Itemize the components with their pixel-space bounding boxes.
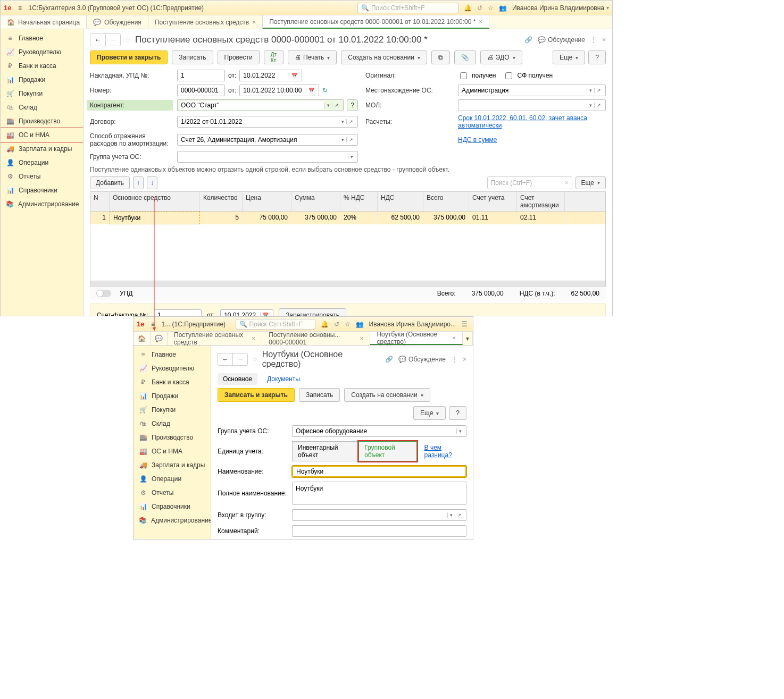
scrollbar[interactable] bbox=[90, 281, 605, 286]
sidebar-item-8[interactable]: 🚚Зарплата и кадры bbox=[1, 142, 83, 156]
dtct-button[interactable]: ДтКт bbox=[264, 50, 283, 64]
close-icon[interactable]: × bbox=[565, 179, 569, 187]
table-row[interactable]: 1 Ноутбуки 5 75 000,00 375 000,00 20% 62… bbox=[90, 212, 605, 224]
tab-doc-active[interactable]: Поступление основных средств 0000-000001… bbox=[263, 15, 489, 29]
col-header[interactable]: N bbox=[90, 192, 110, 211]
vat-link[interactable]: НДС в сумме bbox=[458, 136, 497, 144]
sidebar-item-2[interactable]: ₽Банк и касса bbox=[134, 375, 211, 389]
sidebar-item-3[interactable]: 📊Продажи bbox=[134, 389, 211, 403]
received-checkbox[interactable] bbox=[460, 72, 467, 79]
nav-forward-button[interactable]: → bbox=[105, 34, 120, 46]
tab-start[interactable]: 🏠Начальная страница bbox=[1, 15, 87, 29]
col-acc[interactable]: 01.11 bbox=[469, 212, 517, 224]
recent-icon[interactable]: ↺ bbox=[477, 4, 482, 12]
settings-icon[interactable]: ☰ bbox=[459, 321, 470, 328]
sidebar-item-6[interactable]: 🏬Производство bbox=[134, 431, 211, 444]
link-icon[interactable]: 🔗 bbox=[524, 36, 532, 44]
sfreceived-checkbox[interactable] bbox=[505, 72, 512, 79]
users-icon[interactable]: 👥 bbox=[356, 321, 364, 328]
col-qty[interactable]: 5 bbox=[200, 212, 243, 224]
add-row-button[interactable]: Добавить bbox=[90, 176, 130, 189]
close-icon[interactable]: × bbox=[463, 356, 466, 363]
star-icon[interactable]: ☆ bbox=[488, 4, 494, 12]
more-button[interactable]: Еще bbox=[413, 406, 446, 420]
sidebar-item-5[interactable]: 🛍Склад bbox=[1, 100, 83, 114]
cal-icon[interactable]: 📅 bbox=[289, 73, 299, 78]
table-search-input[interactable]: Поиск (Ctrl+F)× bbox=[487, 176, 572, 189]
contragent-help-button[interactable]: ? bbox=[347, 99, 358, 111]
col-header[interactable]: Счет учета bbox=[469, 192, 517, 211]
help-button[interactable]: ? bbox=[588, 50, 606, 64]
doc-date-input[interactable]: 📅 bbox=[239, 85, 319, 96]
star-icon[interactable]: ☆ bbox=[345, 321, 351, 328]
close-icon[interactable]: × bbox=[252, 19, 256, 26]
col-header[interactable]: Всего bbox=[423, 192, 469, 211]
global-search-input[interactable]: 🔍 Поиск Ctrl+Shift+F bbox=[357, 3, 458, 13]
sidebar-item-9[interactable]: 👤Операции bbox=[1, 156, 83, 170]
close-icon[interactable]: × bbox=[602, 36, 606, 44]
inner-tab-main[interactable]: Основное bbox=[218, 373, 257, 385]
user-label[interactable]: Иванова Ирина Владимиро... bbox=[369, 321, 456, 328]
nakl-number-input[interactable] bbox=[177, 70, 225, 81]
col-header[interactable]: Количество bbox=[200, 192, 243, 211]
sidebar-item-5[interactable]: 🛍Склад bbox=[134, 417, 211, 431]
nav-back-button[interactable]: ← bbox=[90, 34, 105, 46]
contract-input[interactable]: ▾↗ bbox=[177, 116, 358, 128]
sidebar-item-6[interactable]: 🏬Производство bbox=[1, 114, 83, 128]
bell-icon[interactable]: 🔔 bbox=[321, 321, 329, 328]
sidebar-item-9[interactable]: 👤Операции bbox=[134, 472, 211, 486]
save-close-button[interactable]: Записать и закрыть bbox=[218, 388, 295, 402]
more-button[interactable]: Еще bbox=[553, 50, 585, 64]
mol-input[interactable]: ▾↗ bbox=[458, 99, 606, 111]
vdots-icon[interactable]: ⋮ bbox=[590, 36, 597, 44]
record-button[interactable]: Записать bbox=[172, 50, 213, 64]
users-icon[interactable]: 👥 bbox=[499, 4, 507, 12]
group-input[interactable]: ▾ bbox=[177, 151, 358, 163]
discuss-link[interactable]: 💬Обсуждение bbox=[538, 36, 585, 44]
moveup-button[interactable]: ↑ bbox=[133, 176, 144, 189]
global-search-input[interactable]: 🔍Поиск Ctrl+Shift+F bbox=[236, 319, 315, 330]
col-header[interactable]: Цена bbox=[243, 192, 291, 211]
col-header[interactable]: НДС bbox=[378, 192, 423, 211]
calc-link[interactable]: Срок 10.01.2022, 60.01, 60.02, зачет ава… bbox=[458, 114, 587, 129]
sidebar-item-1[interactable]: 📈Руководителю bbox=[134, 361, 211, 375]
col-vatp[interactable]: 20% bbox=[340, 212, 378, 224]
nav-back-button[interactable]: ← bbox=[218, 353, 232, 365]
expense-input[interactable]: ▾↗ bbox=[177, 134, 358, 146]
menu-icon[interactable]: ≡ bbox=[14, 4, 25, 12]
tab-doc-list[interactable]: Поступление основных средств× bbox=[148, 15, 263, 29]
create-based-button[interactable]: Создать на основании bbox=[344, 388, 430, 402]
sidebar-item-7[interactable]: 🏭ОС и НМА bbox=[1, 128, 84, 142]
sidebar-item-12[interactable]: 📚Администрирование bbox=[134, 513, 211, 527]
seg-group[interactable]: Групповой объект bbox=[358, 441, 416, 461]
star-icon[interactable]: ☆ bbox=[125, 36, 131, 44]
comment-input[interactable] bbox=[292, 525, 466, 537]
location-input[interactable]: ▾↗ bbox=[458, 85, 606, 96]
nakl-date-input[interactable]: 📅 bbox=[239, 70, 302, 81]
col-header[interactable]: Сумма bbox=[291, 192, 340, 211]
bell-icon[interactable]: 🔔 bbox=[464, 4, 472, 12]
help-button[interactable]: ? bbox=[449, 406, 466, 420]
movedown-button[interactable]: ↓ bbox=[147, 176, 157, 189]
sidebar-item-4[interactable]: 🛒Покупки bbox=[1, 87, 83, 100]
post-button[interactable]: Провести bbox=[218, 50, 260, 64]
col-total[interactable]: 375 000,00 bbox=[423, 212, 469, 224]
sidebar-item-11[interactable]: 📊Справочники bbox=[134, 500, 211, 513]
related-button[interactable]: ⧉ bbox=[431, 50, 450, 64]
col-header[interactable]: Основное средство bbox=[110, 192, 200, 211]
sidebar-item-8[interactable]: 🚚Зарплата и кадры bbox=[134, 458, 211, 472]
seg-inventory[interactable]: Инвентарный объект bbox=[292, 441, 358, 461]
col-price[interactable]: 75 000,00 bbox=[243, 212, 291, 224]
contragent-input[interactable]: ▾↗ bbox=[177, 99, 344, 111]
table-more-button[interactable]: Еще bbox=[576, 176, 606, 189]
star-icon[interactable]: ☆ bbox=[252, 356, 258, 363]
attach-button[interactable]: 📎 bbox=[454, 50, 476, 64]
sidebar-item-3[interactable]: 📊Продажи bbox=[1, 73, 83, 87]
col-header[interactable]: % НДС bbox=[340, 192, 378, 211]
post-close-button[interactable]: Провести и закрыть bbox=[90, 50, 168, 64]
group-input[interactable]: ▾ bbox=[292, 425, 466, 437]
fullname-input[interactable] bbox=[292, 482, 466, 505]
tab-home[interactable]: 🏠 bbox=[134, 332, 151, 345]
link-icon[interactable]: 🔗 bbox=[385, 356, 393, 363]
sidebar-item-0[interactable]: ≡Главное bbox=[134, 348, 211, 361]
